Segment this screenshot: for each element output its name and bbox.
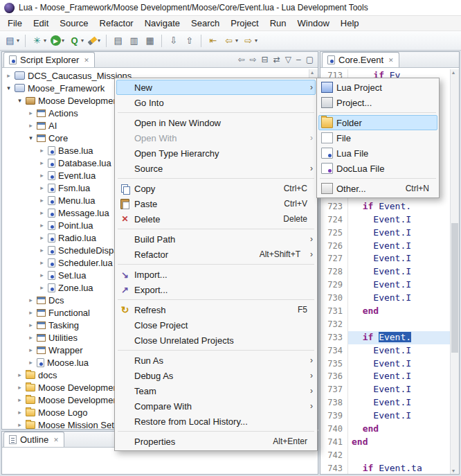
twistie-collapsed-icon[interactable]: ▸ (38, 222, 46, 229)
twistie-collapsed-icon[interactable]: ▸ (27, 334, 35, 341)
twistie-collapsed-icon[interactable]: ▸ (38, 209, 46, 216)
tab-core-event[interactable]: Core.Event (322, 52, 399, 67)
menu-item-import[interactable]: Import... (116, 267, 316, 282)
menu-item-build-path[interactable]: Build Path› (116, 231, 316, 247)
close-icon[interactable] (53, 437, 59, 443)
menu-item-export[interactable]: Export... (116, 282, 316, 297)
menu-item-delete[interactable]: DeleteDelete (116, 211, 316, 227)
twistie-collapsed-icon[interactable]: ▸ (27, 297, 35, 303)
code-line[interactable]: 743 if Event.ta (320, 462, 450, 474)
menu-item-paste[interactable]: PasteCtrl+V (116, 196, 316, 211)
menu-item-copy[interactable]: CopyCtrl+C (116, 181, 316, 196)
minimize-button[interactable]: – (296, 55, 301, 64)
twistie-collapsed-icon[interactable]: ▸ (27, 346, 35, 353)
twistie-collapsed-icon[interactable]: ▸ (38, 147, 46, 154)
scrollbar-thumb[interactable] (451, 223, 458, 353)
external-tools-button[interactable]: ✳▾ (30, 33, 48, 49)
menu-item-lua-project[interactable]: Lua Project (318, 80, 437, 95)
twistie-collapsed-icon[interactable]: ▸ (38, 184, 46, 191)
menu-item-new[interactable]: New› (116, 80, 316, 95)
dropdown-arrow-icon[interactable]: ▾ (44, 37, 46, 44)
toggle-block-selection-button[interactable]: ▥ (127, 33, 141, 49)
code-line[interactable]: 730 Event.I (320, 292, 450, 305)
twistie-collapsed-icon[interactable]: ▸ (27, 109, 35, 116)
view-menu-button[interactable]: ▽ (285, 55, 291, 64)
link-with-editor-button[interactable]: ⇄ (273, 55, 280, 64)
menu-item-close-project[interactable]: Close Project (116, 317, 316, 333)
menu-item-go-into[interactable]: Go Into (116, 95, 316, 110)
code-line[interactable]: 735 Event.I (320, 358, 450, 371)
menu-edit[interactable]: Edit (28, 17, 54, 30)
code-line[interactable]: 727 Event.I (320, 252, 450, 265)
twistie-collapsed-icon[interactable]: ▸ (38, 234, 46, 241)
menu-item-open-type-hierarchy[interactable]: Open Type Hierarchy (116, 146, 316, 161)
twistie-collapsed-icon[interactable]: ▸ (16, 371, 24, 378)
menu-item-refresh[interactable]: RefreshF5 (116, 302, 316, 317)
next-annotation-button[interactable]: ⇩ (166, 33, 181, 49)
twistie-collapsed-icon[interactable]: ▸ (38, 159, 46, 166)
dropdown-arrow-icon[interactable]: ▾ (17, 37, 19, 44)
collapse-all-button[interactable]: ⊟ (262, 55, 269, 64)
tab-script-explorer[interactable]: Script Explorer (3, 52, 95, 67)
toggle-mark-occurrences-button[interactable]: ▤ (111, 33, 125, 49)
code-line[interactable]: 738 Event.I (320, 396, 450, 409)
run-button[interactable]: ▶▾ (49, 33, 66, 49)
menu-item-refactor[interactable]: RefactorAlt+Shift+T› (116, 247, 316, 262)
twistie-expanded-icon[interactable]: ▾ (27, 134, 35, 141)
back-button[interactable]: ⇦▾ (222, 33, 239, 49)
code-line[interactable]: 736 Event.I (320, 370, 450, 383)
twistie-collapsed-icon[interactable]: ▸ (16, 384, 24, 391)
twistie-collapsed-icon[interactable]: ▸ (16, 396, 24, 403)
code-line[interactable]: 728 Event.I (320, 265, 450, 279)
code-line[interactable]: 741end (320, 436, 450, 449)
menu-item-open-with[interactable]: Open With› (116, 130, 316, 146)
code-line[interactable]: 723 if Event. (320, 200, 450, 213)
twistie-expanded-icon[interactable]: ▾ (5, 85, 12, 91)
code-line[interactable]: 724 Event.I (320, 213, 450, 227)
search-flashlight-button[interactable]: ▾ (87, 33, 102, 49)
menu-item-lua-file[interactable]: Lua File (318, 146, 437, 161)
twistie-collapsed-icon[interactable]: ▸ (16, 421, 24, 428)
code-line[interactable]: 725 Event.I (320, 227, 450, 240)
menu-navigate[interactable]: Navigate (139, 17, 186, 30)
menu-refactor[interactable]: Refactor (94, 17, 139, 30)
twistie-collapsed-icon[interactable]: ▸ (38, 259, 46, 266)
code-line[interactable]: 731 end (320, 305, 450, 318)
menu-item-close-unrelated-projects[interactable]: Close Unrelated Projects (116, 333, 316, 348)
twistie-collapsed-icon[interactable]: ▸ (16, 409, 24, 416)
menu-item-team[interactable]: Team› (116, 383, 316, 398)
close-icon[interactable] (388, 57, 394, 64)
code-line[interactable]: 740 end (320, 423, 450, 436)
code-line[interactable]: 739 Event.I (320, 409, 450, 423)
menu-item-other[interactable]: Other...Ctrl+N (318, 181, 437, 196)
twistie-collapsed-icon[interactable]: ▸ (27, 122, 35, 129)
menu-item-open-in-new-window[interactable]: Open in New Window (116, 115, 316, 130)
twistie-expanded-icon[interactable]: ▾ (16, 97, 24, 104)
code-line[interactable]: 742 (320, 449, 450, 462)
last-edit-location-button[interactable]: ⇤ (206, 33, 220, 49)
code-line[interactable]: 733 if Event. (320, 331, 450, 344)
code-line[interactable]: 726 Event.I (320, 240, 450, 253)
previous-annotation-button[interactable]: ⇧ (182, 33, 197, 49)
code-line[interactable]: 729 Event.I (320, 279, 450, 292)
forward-button[interactable]: ⇨▾ (241, 33, 259, 49)
twistie-collapsed-icon[interactable]: ▸ (38, 247, 46, 254)
close-icon[interactable] (84, 57, 89, 64)
menu-item-source[interactable]: Source› (116, 161, 316, 176)
menu-item-file[interactable]: File (318, 130, 437, 146)
toggle-whitespace-button[interactable]: ▦ (143, 33, 157, 49)
menu-item-project[interactable]: Project... (318, 95, 437, 110)
menu-item-debug-as[interactable]: Debug As› (116, 368, 316, 383)
twistie-collapsed-icon[interactable]: ▸ (27, 359, 35, 366)
code-line[interactable]: 734 Event.I (320, 344, 450, 358)
menu-window[interactable]: Window (292, 17, 335, 30)
menu-item-properties[interactable]: PropertiesAlt+Enter (116, 434, 316, 449)
menu-help[interactable]: Help (335, 17, 365, 30)
tab-outline[interactable]: Outline (3, 432, 64, 447)
twistie-collapsed-icon[interactable]: ▸ (38, 284, 46, 291)
twistie-collapsed-icon[interactable]: ▸ (38, 172, 46, 179)
coverage-button[interactable]: Q▾ (67, 33, 85, 49)
forward-button[interactable]: ⇨ (250, 55, 257, 64)
menu-project[interactable]: Project (225, 17, 264, 30)
maximize-button[interactable]: ▢ (306, 55, 314, 64)
